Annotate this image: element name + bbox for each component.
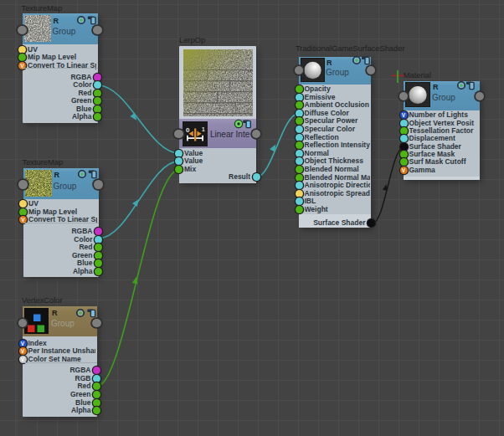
svg-text:0: 0 [186, 126, 190, 134]
svg-text:1: 1 [202, 126, 205, 132]
